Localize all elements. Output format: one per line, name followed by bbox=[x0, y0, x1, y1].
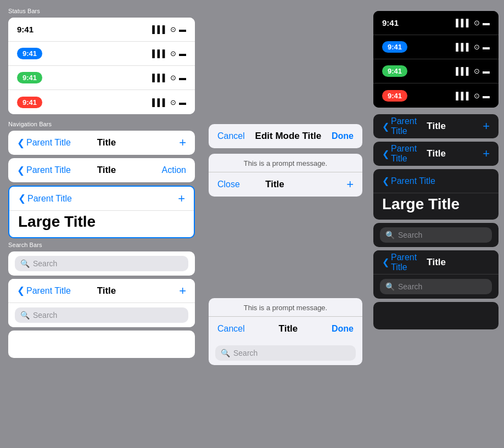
nav-plus-dark-2[interactable]: + bbox=[446, 147, 490, 161]
edit-mode-bar: Cancel Edit Mode Title Done bbox=[209, 124, 362, 148]
close-button-1[interactable]: Close bbox=[217, 180, 240, 189]
prompt-nav-bar-2: This is a prompt message. Cancel Title D… bbox=[209, 298, 362, 365]
signal-icons-dark-plain: ▌▌▌ ⊙ ▬ bbox=[456, 19, 490, 27]
search-input-inner-2[interactable]: 🔍 Search bbox=[15, 307, 188, 323]
search-icon-1: 🔍 bbox=[20, 259, 30, 268]
prompt-message-2: This is a prompt message. bbox=[209, 298, 362, 317]
chevron-icon-2: ❮ bbox=[17, 165, 25, 176]
nav-back-dark-search[interactable]: ❮ Parent Title bbox=[382, 253, 427, 272]
search-input-wrap-dark: 🔍 Search bbox=[373, 223, 499, 247]
edit-cancel-button[interactable]: Cancel bbox=[217, 131, 245, 141]
bottom-stub-left bbox=[8, 331, 195, 358]
prompt-plus-1[interactable]: + bbox=[310, 177, 354, 192]
signal-bars-icon: ▌▌▌ bbox=[152, 98, 167, 107]
wifi-dark-red-icon: ⊙ bbox=[474, 92, 480, 100]
nav-bar-row-dark-1: ❮ Parent Title Title + bbox=[373, 114, 499, 138]
search-input-wrap-1: 🔍 Search bbox=[8, 251, 195, 276]
nav-bar-large-body-dark: Large Title bbox=[373, 193, 499, 220]
signal-bars-dark-blue-icon: ▌▌▌ bbox=[456, 43, 471, 51]
nav-bar-row-dark-2: ❮ Parent Title Title + bbox=[373, 142, 499, 166]
done-button-2[interactable]: Done bbox=[332, 324, 354, 334]
status-bar-red: 9:41 ▌▌▌ ⊙ ▬ bbox=[8, 90, 195, 114]
nav-bar-group-dark-1: ❮ Parent Title Title + bbox=[373, 114, 499, 138]
right-spacer-top bbox=[373, 5, 499, 11]
chevron-dark-icon-2: ❮ bbox=[382, 149, 389, 159]
battery-dark-green-icon: ▬ bbox=[483, 67, 490, 75]
signal-bars-dark-green-icon: ▌▌▌ bbox=[456, 67, 471, 75]
time-dark-pill-blue: 9:41 bbox=[382, 41, 407, 53]
nav-title-search: Title bbox=[71, 285, 142, 296]
parent-title-large: Parent Title bbox=[27, 194, 72, 204]
search-placeholder-2: Search bbox=[33, 311, 57, 320]
middle-spacer-mid bbox=[209, 202, 362, 298]
signal-icons-blue: ▌▌▌ ⊙ ▬ bbox=[152, 49, 186, 58]
nav-search-combined-dark: ❮ Parent Title Title 🔍 Search bbox=[373, 250, 499, 299]
nav-back-2[interactable]: ❮ Parent Title bbox=[17, 165, 71, 176]
nav-plus-large[interactable]: + bbox=[141, 192, 185, 206]
search-placeholder-1: Search bbox=[33, 259, 57, 268]
parent-title-dark-search: Parent Title bbox=[391, 253, 427, 272]
nav-back-search[interactable]: ❮ Parent Title bbox=[17, 285, 71, 296]
nav-bar-large-top-dark: ❮ Parent Title bbox=[373, 169, 499, 193]
parent-title-dark-2: Parent Title bbox=[391, 144, 427, 164]
middle-spacer-top bbox=[209, 5, 362, 124]
bottom-stub-dark bbox=[373, 302, 499, 329]
nav-plus-dark-1[interactable]: + bbox=[446, 119, 490, 133]
nav-title-dark-1: Title bbox=[427, 121, 446, 132]
search-placeholder-dark-2: Search bbox=[398, 282, 422, 291]
signal-bars-dark-icon: ▌▌▌ bbox=[456, 19, 471, 27]
parent-title-large-dark: Parent Title bbox=[391, 176, 435, 186]
battery-icon: ▬ bbox=[179, 74, 186, 82]
nav-back-large[interactable]: ❮ Parent Title bbox=[18, 193, 72, 204]
battery-icon: ▬ bbox=[179, 49, 186, 58]
status-bars-group-light: 9:41 ▌▌▌ ⊙ ▬ 9:41 ▌▌▌ ⊙ ▬ 9:41 bbox=[8, 18, 195, 114]
search-input-inner-1[interactable]: 🔍 Search bbox=[15, 256, 188, 271]
status-bars-group-dark: 9:41 ▌▌▌ ⊙ ▬ 9:41 ▌▌▌ ⊙ ▬ 9:41 ▌▌▌ bbox=[373, 11, 499, 108]
search-input-inner-prompt[interactable]: 🔍 Search bbox=[215, 345, 356, 361]
battery-icon: ▬ bbox=[179, 98, 186, 107]
wifi-icon: ⊙ bbox=[170, 98, 176, 107]
wifi-icon: ⊙ bbox=[170, 49, 176, 58]
cancel-button-2[interactable]: Cancel bbox=[217, 324, 245, 334]
nav-large-title-dark: Large Title bbox=[382, 195, 460, 212]
nav-plus-search[interactable]: + bbox=[142, 284, 186, 298]
status-bars-label: Status Bars bbox=[8, 8, 195, 14]
signal-icons-dark-blue: ▌▌▌ ⊙ ▬ bbox=[456, 43, 490, 51]
nav-bar-group-1: ❮ Parent Title Title + bbox=[8, 131, 195, 155]
wifi-icon: ⊙ bbox=[170, 74, 176, 82]
wifi-dark-blue-icon: ⊙ bbox=[474, 43, 480, 51]
nav-back-dark-2[interactable]: ❮ Parent Title bbox=[382, 144, 427, 164]
signal-icons-green: ▌▌▌ ⊙ ▬ bbox=[152, 74, 186, 82]
nav-action-2[interactable]: Action bbox=[142, 165, 186, 175]
signal-bars-icon: ▌▌▌ bbox=[152, 49, 167, 58]
nav-title-dark-2: Title bbox=[427, 148, 446, 159]
edit-done-button[interactable]: Done bbox=[332, 131, 354, 141]
nav-bar-row-dark-search: ❮ Parent Title Title bbox=[373, 250, 499, 275]
search-bars-label: Search Bars bbox=[8, 242, 195, 248]
nav-bar-row-1: ❮ Parent Title Title + bbox=[8, 131, 195, 155]
time-plain: 9:41 bbox=[17, 25, 33, 34]
prompt-title-1: Title bbox=[265, 179, 284, 190]
nav-back-1[interactable]: ❮ Parent Title bbox=[17, 137, 71, 149]
nav-plus-1[interactable]: + bbox=[142, 136, 186, 150]
nav-search-combined-light: ❮ Parent Title Title + 🔍 Search bbox=[8, 279, 195, 327]
search-placeholder-dark: Search bbox=[398, 231, 422, 239]
nav-bar-group-dark-2: ❮ Parent Title Title + bbox=[373, 142, 499, 166]
prompt-title-2: Title bbox=[279, 323, 298, 334]
chevron-icon-1: ❮ bbox=[17, 137, 25, 149]
signal-bars-icon: ▌▌▌ bbox=[152, 74, 167, 82]
chevron-icon-search: ❮ bbox=[17, 285, 25, 296]
time-pill-red: 9:41 bbox=[17, 97, 42, 108]
nav-back-large-dark[interactable]: ❮ Parent Title bbox=[382, 176, 435, 186]
parent-title-search: Parent Title bbox=[26, 286, 71, 296]
search-input-wrap-2: 🔍 Search bbox=[8, 303, 195, 327]
search-input-inner-dark[interactable]: 🔍 Search bbox=[380, 227, 492, 243]
wifi-icon: ⊙ bbox=[170, 25, 176, 33]
time-dark-pill-green: 9:41 bbox=[382, 65, 407, 77]
edit-mode-title: Edit Mode Title bbox=[255, 131, 322, 142]
signal-bars-dark-red-icon: ▌▌▌ bbox=[456, 92, 471, 100]
nav-title-2: Title bbox=[71, 165, 142, 176]
search-input-inner-dark-2[interactable]: 🔍 Search bbox=[380, 279, 492, 294]
search-placeholder-prompt: Search bbox=[233, 349, 257, 357]
nav-back-dark-1[interactable]: ❮ Parent Title bbox=[382, 116, 427, 136]
